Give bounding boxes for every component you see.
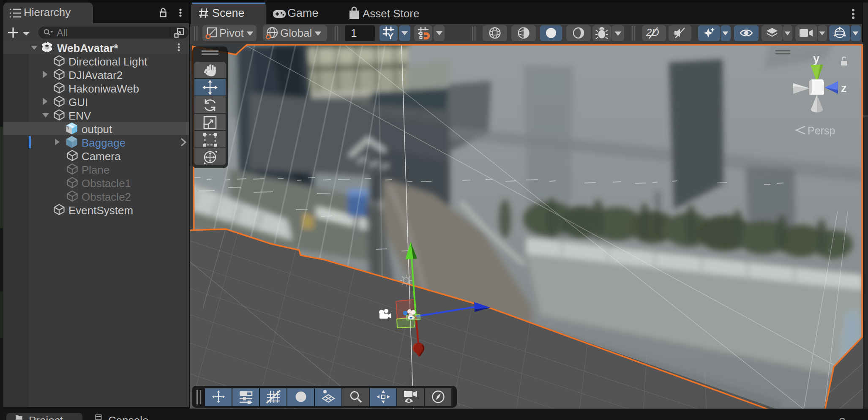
svg-text:Y: Y	[388, 31, 393, 40]
svg-text:z: z	[841, 82, 847, 95]
svg-text:y: y	[813, 52, 819, 65]
svg-text:Persp: Persp	[808, 125, 835, 136]
